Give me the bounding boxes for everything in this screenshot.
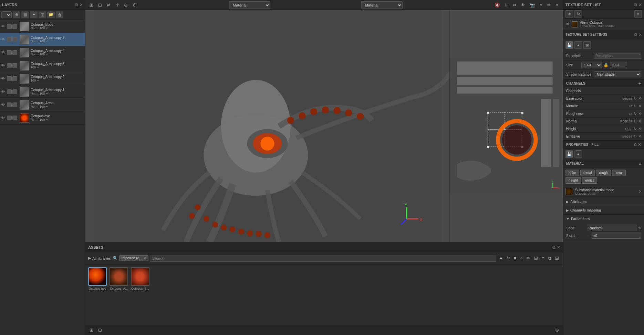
camera-btn[interactable]: ✛ [114,2,121,8]
ts-refresh-btn[interactable]: ↻ [574,10,582,18]
clock-btn[interactable]: ⏱ [131,2,138,8]
layer-item-5[interactable]: 👁 Octopus_Arms copy 1 Norm 100 ▾ [0,85,85,98]
layer-item-6[interactable]: 👁 Octopus_Arms Norm 100 ▾ [0,98,85,111]
folder-btn[interactable]: 📁 [47,11,55,18]
mat-btn-emiss[interactable]: emiss [582,177,597,184]
layer-item-4[interactable]: 👁 Octopus_Arms copy 2 100 ▾ [0,72,85,85]
ts-save-btn[interactable]: 💾 [565,41,573,49]
add-mask-btn[interactable]: ◫ [39,11,46,18]
paint-btn[interactable]: ✏ [546,2,552,8]
ch-sync-3[interactable]: ↻ [634,119,637,123]
switch-input[interactable] [592,233,641,239]
viewport-uv[interactable]: X Y [449,10,563,242]
blend-mode-select[interactable]: Base color [1,11,12,18]
add-fill-btn[interactable]: ▤ [21,11,29,18]
layer-vis-2[interactable]: 👁 [1,51,7,54]
ts-description-input[interactable] [594,53,641,59]
circle-btn[interactable]: ○ [519,255,524,262]
all-libraries-nav[interactable]: ▶ All libraries [88,256,111,260]
grid-btn[interactable]: ⊞ [88,2,95,8]
ts-grid-btn[interactable]: ⊞ [583,41,591,49]
material-select-left[interactable]: Material [229,1,270,9]
ts-vis-eye[interactable]: 👁 [566,22,570,26]
filter-tag[interactable]: Imported re... ✕ [119,255,148,261]
camera2-btn[interactable]: 📷 [528,2,536,8]
layer-item-2[interactable]: 👁 Octopus_Arms copy 4 Norm 100 ▾ [0,46,85,59]
layer-item-1[interactable]: 👁 Octopus_Arms copy 5 Norm 100 ▾ [0,33,85,46]
pause-btn[interactable]: ⏸ [503,2,510,8]
assets-close-icon[interactable]: ✕ [557,245,560,250]
ts-popout-icon[interactable]: ⧉ [634,2,637,7]
switch-minus[interactable]: — [587,234,590,238]
ch-close-0[interactable]: ✕ [638,96,641,101]
layer-vis-7[interactable]: 👁 [1,116,7,120]
split-btn[interactable]: ⇄ [105,2,112,8]
ch-sync-4[interactable]: ↻ [634,127,637,131]
fx-btn[interactable]: ✦ [554,2,560,8]
add-viewport-btn[interactable]: ⊕ [123,2,129,8]
asset-item-eye[interactable]: Octopus eye [88,267,107,290]
seed-edit-icon[interactable]: ✎ [638,226,641,230]
layers-popout-icon[interactable]: ⧉ [75,2,78,7]
mat-btn-metal[interactable]: metal [580,170,595,176]
ch-close-1[interactable]: ✕ [638,104,641,108]
layer-vis-4[interactable]: 👁 [1,77,7,80]
asset-item-arms-b[interactable]: Octopus_B... [131,267,149,290]
ts-settings-close[interactable]: ✕ [638,32,642,37]
ch-close-4[interactable]: ✕ [638,127,641,131]
ch-sync-0[interactable]: ↻ [634,96,637,101]
mat-btn-nrm[interactable]: nrm [612,170,626,176]
ch-sync-5[interactable]: ↻ [634,134,637,139]
layer-vis-0[interactable]: 👁 [1,24,7,28]
props-sphere-btn[interactable]: ● [574,150,582,158]
grid-asset-btn[interactable]: ⊞ [533,255,539,262]
substance-close-btn[interactable]: ✕ [638,189,642,194]
layer-item-7[interactable]: 👁 Octopus eye Norm 100 ▾ [0,111,85,125]
mat-btn-height[interactable]: height [565,177,581,184]
sun-btn[interactable]: ☀ [538,2,544,8]
layer-item-0[interactable]: 👁 Octopus_Body Norm 100 ▾ [0,20,85,33]
mute-btn[interactable]: 🔇 [493,2,501,8]
filter-tag-close[interactable]: ✕ [143,256,146,260]
ts-shader-select[interactable]: Main shader [594,71,641,77]
ch-sync-1[interactable]: ↻ [634,104,637,108]
transform-btn[interactable]: ⇔ [511,2,518,8]
sphere-view-btn[interactable]: ● [498,255,504,262]
assets-popout-icon[interactable]: ⧉ [552,245,555,250]
grid2-btn[interactable]: ⊡ [97,2,103,8]
ts-size-locked-input[interactable] [610,62,627,68]
layer-item-3[interactable]: 👁 Octopus_Arms copy 3 100 ▾ [0,59,85,72]
layer-vis-1[interactable]: 👁 [1,37,7,41]
ch-close-2[interactable]: ✕ [638,111,641,116]
folder-view-btn[interactable]: ⊡ [97,327,103,333]
props-save-btn[interactable]: 💾 [565,150,573,158]
apps-btn[interactable]: ⊞ [554,255,560,262]
refresh-btn[interactable]: ↻ [505,255,511,262]
ts-sphere-btn[interactable]: ● [574,41,582,49]
expand-asset-btn[interactable]: ⧉ [547,255,553,262]
delete-layer-btn[interactable]: 🗑 [56,11,63,18]
ts-menu-btn[interactable]: ≡ [634,10,642,18]
ch-close-3[interactable]: ✕ [638,119,641,123]
props-close-icon[interactable]: ✕ [638,142,641,147]
material-menu-icon[interactable]: ≡ [639,161,641,166]
layer-vis-5[interactable]: 👁 [1,90,7,94]
add-layer-btn[interactable]: ⊕ [13,11,20,18]
material-select-right[interactable]: Material [361,1,403,9]
asset-item-arms-a[interactable]: Octopus_A... [110,267,128,290]
import-btn[interactable]: ⊞ [88,327,95,333]
mat-btn-rough[interactable]: rough [596,170,611,176]
layer-vis-3[interactable]: 👁 [1,64,7,67]
ts-item-alien-octopus[interactable]: 👁 Alien_Octopus 1024×1024 Main shader [563,19,644,30]
parameters-collapse-header[interactable]: ▼ Parameters [563,215,644,223]
channels-mapping-header[interactable]: ▶ Channels mapping [563,206,644,214]
props-popout-icon[interactable]: ⧉ [634,142,637,147]
ts-settings-popout[interactable]: ⧉ [634,32,637,37]
list-asset-btn[interactable]: ≡ [540,255,546,262]
pencil-btn[interactable]: ✏ [525,255,532,262]
channels-add-btn[interactable]: + [638,80,641,86]
flat-view-btn[interactable]: ■ [512,255,518,262]
ch-sync-2[interactable]: ↻ [634,111,637,116]
view-btn[interactable]: 👁 [519,2,527,8]
layer-vis-6[interactable]: 👁 [1,103,7,107]
